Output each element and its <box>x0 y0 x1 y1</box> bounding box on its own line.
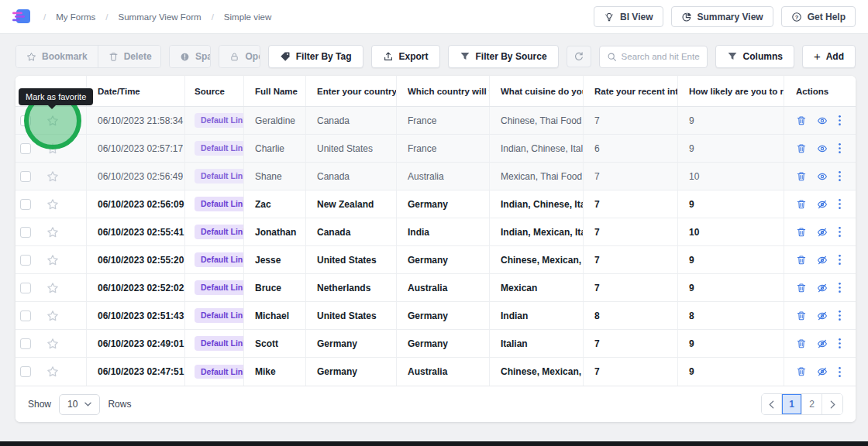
page-2-button[interactable]: 2 <box>802 394 822 414</box>
app-logo-icon[interactable] <box>12 9 31 26</box>
cell-country: United States <box>306 302 397 329</box>
cell-full-name: Scott <box>244 330 306 357</box>
delete-row-button[interactable] <box>796 171 807 182</box>
view-row-button[interactable] <box>817 143 828 154</box>
view-row-button[interactable] <box>817 171 828 182</box>
view-row-button[interactable] <box>817 115 828 126</box>
favorite-star-icon[interactable] <box>46 254 59 266</box>
source-badge: Default Link <box>195 336 244 351</box>
view-row-button[interactable] <box>817 199 828 210</box>
delete-row-button[interactable] <box>796 338 807 349</box>
summary-view-button[interactable]: Summary View <box>671 6 773 27</box>
view-row-button[interactable] <box>817 310 828 321</box>
view-row-button[interactable] <box>817 366 828 377</box>
rows-per-page-select[interactable]: 10 <box>59 394 100 415</box>
delete-button[interactable]: Delete <box>98 46 161 67</box>
columns-button[interactable]: Columns <box>715 45 794 68</box>
bulb-icon <box>604 12 615 22</box>
row-checkbox[interactable] <box>20 255 31 266</box>
delete-row-button[interactable] <box>796 283 807 293</box>
more-actions-button[interactable] <box>838 226 842 238</box>
refresh-button[interactable] <box>567 46 591 67</box>
more-actions-button[interactable] <box>838 254 842 266</box>
more-actions-button[interactable] <box>838 115 842 126</box>
row-checkbox[interactable] <box>20 227 31 238</box>
view-row-button[interactable] <box>817 227 828 238</box>
view-row-button[interactable] <box>817 338 828 349</box>
source-badge: Default Link <box>195 280 244 295</box>
breadcrumb-my-forms[interactable]: My Forms <box>56 12 95 22</box>
delete-row-button[interactable] <box>796 366 807 377</box>
add-button[interactable]: + Add <box>802 45 856 68</box>
table-row: 06/10/2023 02:57:17 AM Default Link Char… <box>16 135 856 163</box>
bi-view-button[interactable]: BI View <box>594 6 663 27</box>
get-help-button[interactable]: ? Get Help <box>781 6 856 27</box>
more-actions-button[interactable] <box>838 338 842 349</box>
delete-row-button[interactable] <box>796 310 807 321</box>
column-header-visit-country[interactable]: Which country will you... <box>397 76 490 106</box>
alert-circle-icon <box>180 52 190 62</box>
view-row-button[interactable] <box>817 283 828 293</box>
tag-icon <box>280 51 291 62</box>
delete-row-button[interactable] <box>796 255 807 266</box>
row-checkbox[interactable] <box>20 171 31 182</box>
cell-visit-country: Germany <box>397 330 490 357</box>
search-input[interactable] <box>622 52 700 61</box>
summary-view-label: Summary View <box>698 12 763 22</box>
column-header-rating[interactable]: Rate your recent intera... <box>584 76 678 106</box>
more-actions-button[interactable] <box>838 142 842 154</box>
delete-row-button[interactable] <box>796 199 807 210</box>
cell-rating: 7 <box>584 218 678 245</box>
export-button[interactable]: Export <box>371 45 440 68</box>
delete-row-button[interactable] <box>796 115 807 126</box>
open-button[interactable]: Open <box>219 46 260 67</box>
row-checkbox[interactable] <box>20 310 31 321</box>
favorite-star-icon[interactable] <box>46 365 59 378</box>
row-checkbox[interactable] <box>20 366 31 377</box>
next-page-button[interactable] <box>822 394 842 414</box>
cell-visit-country: Germany <box>397 190 490 218</box>
cell-cuisine: Chinese, Mexican, Tha... <box>490 246 584 273</box>
cell-rating: 8 <box>584 302 678 329</box>
row-checkbox[interactable] <box>20 338 31 349</box>
column-header-datetime[interactable]: Date/Time <box>87 76 185 106</box>
cell-visit-country: France <box>397 135 490 162</box>
breadcrumb-separator: / <box>105 12 108 22</box>
favorite-star-icon[interactable] <box>46 170 59 183</box>
filter-by-source-button[interactable]: Filter By Source <box>448 45 559 68</box>
more-actions-button[interactable] <box>838 310 842 321</box>
more-actions-button[interactable] <box>838 198 842 210</box>
cell-datetime: 06/10/2023 21:58:34 PM <box>87 107 185 134</box>
column-header-full-name[interactable]: Full Name <box>244 76 306 106</box>
breadcrumb-simple-view[interactable]: Simple view <box>224 12 271 22</box>
delete-row-button[interactable] <box>796 143 807 154</box>
column-header-cuisine[interactable]: What cuisine do you lo... <box>490 76 584 106</box>
delete-label: Delete <box>124 51 152 62</box>
row-checkbox[interactable] <box>20 143 31 154</box>
row-checkbox[interactable] <box>20 199 31 210</box>
more-actions-button[interactable] <box>838 170 842 182</box>
favorite-star-icon[interactable] <box>46 226 59 238</box>
cell-visit-country: Australia <box>397 163 490 190</box>
bookmark-button[interactable]: Bookmark <box>16 46 98 67</box>
favorite-star-icon[interactable] <box>46 198 59 211</box>
more-actions-button[interactable] <box>838 366 842 378</box>
source-badge: Default Link <box>195 308 244 323</box>
delete-row-button[interactable] <box>796 227 807 238</box>
page-1-button[interactable]: 1 <box>782 394 802 414</box>
favorite-star-icon[interactable] <box>46 282 59 294</box>
row-checkbox[interactable] <box>20 283 31 293</box>
prev-page-button[interactable] <box>762 394 782 414</box>
column-header-country[interactable]: Enter your country <box>306 76 397 106</box>
breadcrumb-summary-view-form[interactable]: Summary View Form <box>119 12 202 22</box>
more-actions-button[interactable] <box>838 282 842 293</box>
column-header-source[interactable]: Source <box>185 76 244 106</box>
spam-button[interactable]: Spam <box>170 46 212 67</box>
filter-by-tag-button[interactable]: Filter By Tag <box>268 45 363 68</box>
favorite-star-icon[interactable] <box>46 338 59 350</box>
view-row-button[interactable] <box>817 255 828 266</box>
funnel-icon <box>727 51 738 62</box>
column-header-likelihood[interactable]: How likely are you to r... <box>678 76 784 106</box>
source-badge: Default Link <box>195 225 244 239</box>
favorite-star-icon[interactable] <box>46 310 59 322</box>
